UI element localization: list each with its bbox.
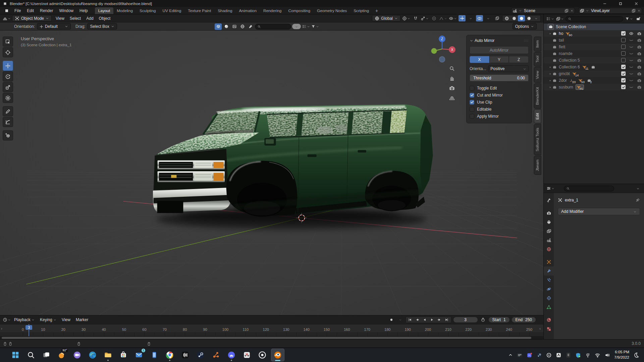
eye-open-icon[interactable]: [629, 31, 634, 36]
sidebar-tab-tool[interactable]: Tool: [534, 52, 541, 66]
shading-wireframe-button[interactable]: [503, 15, 510, 21]
scrollbar-thumb[interactable]: [2, 337, 531, 339]
expand-icon[interactable]: [548, 79, 552, 82]
eye-closed-icon[interactable]: [629, 51, 634, 56]
outliner-editor-type-button[interactable]: [546, 16, 554, 22]
taskbar-app-chat[interactable]: [70, 349, 84, 361]
drag-mode-dropdown[interactable]: Select Box: [87, 23, 117, 29]
blenderkit-brush-button[interactable]: [247, 23, 254, 30]
properties-tab-material[interactable]: [544, 315, 554, 324]
workspace-tab-uv-editing[interactable]: UV Editing: [159, 7, 185, 14]
pan-view-button[interactable]: [449, 75, 455, 81]
properties-tab-view-layer[interactable]: [544, 227, 554, 236]
expand-icon[interactable]: [548, 66, 552, 69]
timeline-menu-marker[interactable]: Marker: [73, 317, 91, 323]
taskbar-app-task-view[interactable]: [40, 349, 53, 361]
properties-tab-object-data[interactable]: [544, 303, 554, 312]
tray-discord-tray-icon[interactable]: [527, 352, 532, 358]
auto-keying-button[interactable]: [388, 317, 395, 323]
menu-edit[interactable]: Edit: [24, 8, 37, 14]
viewport-menu-object[interactable]: Object: [96, 15, 113, 21]
exclude-checkbox[interactable]: [621, 45, 626, 49]
outliner-search-input[interactable]: [566, 16, 623, 22]
outliner-row[interactable]: susburn85: [544, 84, 644, 90]
render-visibility-icon[interactable]: [637, 71, 642, 76]
new-collection-button[interactable]: [635, 16, 642, 22]
blenderkit-scene-button[interactable]: [231, 23, 238, 30]
tray-defender-icon[interactable]: [575, 352, 581, 358]
viewport-menu-add[interactable]: Add: [84, 15, 96, 21]
tray-clock[interactable]: 6:05 PM7/9/2022: [614, 350, 629, 360]
checkbox-toggle-edit[interactable]: Toggle Edit: [470, 84, 529, 92]
gizmos-toggle[interactable]: [459, 15, 466, 21]
timeline-menu-view[interactable]: View: [59, 317, 73, 323]
menu-window[interactable]: Window: [56, 8, 76, 14]
region-arrow-left[interactable]: ›: [1, 326, 2, 330]
taskbar-app-mail[interactable]: 1: [132, 349, 146, 361]
taskbar-app-weather[interactable]: 92°: [55, 349, 68, 361]
eye-closed-icon[interactable]: [629, 71, 634, 76]
tool-pencil-button[interactable]: [3, 106, 13, 116]
properties-search-input[interactable]: [564, 186, 614, 191]
eye-closed-icon[interactable]: [629, 78, 634, 83]
checkbox-editable[interactable]: Editable: [470, 106, 529, 113]
taskbar-app-search[interactable]: [24, 349, 38, 361]
outliner-row[interactable]: ho90: [544, 30, 644, 37]
render-visibility-icon[interactable]: [637, 31, 642, 36]
current-frame-field[interactable]: 3: [453, 317, 478, 323]
taskbar-app-blender[interactable]: [271, 349, 284, 361]
sidebar-tab-view[interactable]: View: [534, 67, 541, 83]
timeline-ruler[interactable]: › ‹ 010203040506070809010011012013014015…: [0, 324, 543, 332]
proportional-falloff-button[interactable]: [439, 15, 447, 21]
tool-rotate-button[interactable]: [3, 71, 13, 81]
axis-x-toggle[interactable]: X: [470, 56, 489, 63]
axis-y-toggle[interactable]: Y: [489, 56, 509, 63]
blenderkit-material-button[interactable]: [223, 23, 230, 30]
workspace-tab-geometry-nodes[interactable]: Geometry Nodes: [314, 7, 350, 14]
taskbar-app-edge[interactable]: [86, 349, 99, 361]
taskbar-app-chrome[interactable]: [163, 349, 176, 361]
checkbox-apply-mirror[interactable]: Apply Mirror: [470, 113, 529, 120]
properties-tab-tool[interactable]: [544, 196, 554, 205]
workspace-tab-sculpting[interactable]: Sculpting: [136, 7, 159, 14]
snap-toggle[interactable]: [412, 15, 419, 21]
sidebar-tab-sollumz-tools[interactable]: Sollumz Tools: [534, 124, 541, 155]
tool-cursor3d-button[interactable]: [3, 47, 13, 57]
copy-icon[interactable]: [564, 8, 569, 13]
exclude-checkbox[interactable]: [621, 85, 626, 89]
exclude-checkbox[interactable]: [621, 38, 626, 42]
properties-tab-object[interactable]: [544, 257, 554, 266]
drag-handle-icon[interactable]: ::::: [524, 39, 529, 42]
checkbox-cut-and-mirror[interactable]: Cut and Mirror: [470, 92, 529, 99]
taskbar-app-recorder[interactable]: [256, 349, 269, 361]
tool-select-box-button[interactable]: [3, 37, 13, 47]
scene-selector[interactable]: Scene: [511, 8, 575, 14]
checkbox-use-clip[interactable]: Use Clip: [470, 99, 529, 106]
menu-help[interactable]: Help: [76, 8, 91, 14]
tray-volume-icon[interactable]: [604, 352, 610, 358]
exclude-checkbox[interactable]: [621, 65, 626, 69]
sidebar-tab-edit[interactable]: Edit: [534, 109, 541, 123]
properties-editor-type-button[interactable]: [546, 185, 554, 192]
mode-selector[interactable]: Object Mode: [12, 15, 52, 21]
properties-options-dropdown[interactable]: [634, 185, 641, 192]
tray-asrock-icon[interactable]: [517, 352, 523, 358]
snap-target-button[interactable]: [421, 15, 429, 21]
exclude-checkbox[interactable]: [621, 78, 626, 82]
transform-orientation-selector[interactable]: Global: [372, 15, 400, 21]
properties-tab-scene[interactable]: [544, 236, 554, 245]
blenderkit-hdr-button[interactable]: [239, 23, 246, 30]
workspace-tab-shading[interactable]: Shading: [214, 7, 235, 14]
frame-end-field[interactable]: End 250: [512, 317, 536, 323]
shading-material-button[interactable]: [518, 15, 525, 21]
exclude-checkbox[interactable]: [621, 31, 626, 36]
preview-range-button[interactable]: [480, 317, 487, 323]
expand-icon[interactable]: [548, 72, 552, 75]
viewport-menu-view[interactable]: View: [53, 15, 67, 21]
orientation-dropdown[interactable]: Positive: [488, 65, 529, 72]
eye-closed-icon[interactable]: [629, 45, 634, 50]
timeline-menu-playback[interactable]: Playback: [11, 317, 37, 323]
tool-orientation-dropdown[interactable]: Default: [37, 23, 71, 29]
shading-rendered-button[interactable]: [525, 15, 532, 21]
tray-chevron-up-icon[interactable]: [508, 353, 513, 358]
